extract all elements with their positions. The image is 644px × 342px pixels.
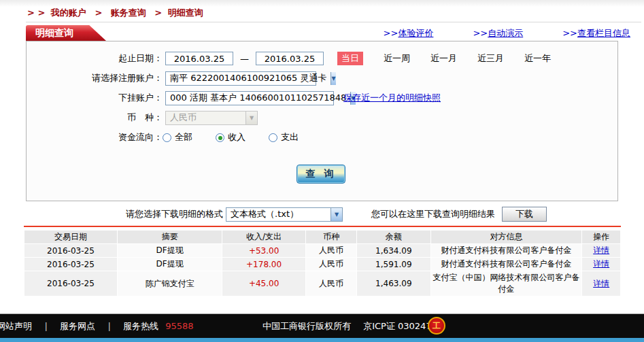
date-to-input[interactable] xyxy=(256,52,324,65)
cell-summary: 陈广锦支付宝 xyxy=(118,271,222,296)
download-format-label: 请您选择下载明细的格式 xyxy=(126,208,223,220)
tab-label: 明细查询 xyxy=(35,27,73,38)
cell-amount: +53.00 xyxy=(222,244,305,257)
radio-label: 收入 xyxy=(228,131,245,143)
flow-radio-all[interactable]: 全部 xyxy=(163,131,192,143)
link-auto-demo[interactable]: >>自动演示 xyxy=(473,27,523,39)
cell-amount: +178.00 xyxy=(222,258,305,271)
chevron-down-icon: ▼ xyxy=(331,72,335,85)
breadcrumb-prefix: > > xyxy=(27,7,45,18)
divider xyxy=(26,22,641,22)
cell-date: 2016-03-25 xyxy=(24,244,117,257)
download-format-select[interactable]: 文本格式（.txt） ▼ xyxy=(226,207,343,222)
cell-counterparty: 财付通支付科技有限公司客户备付金 xyxy=(431,258,582,271)
breadcrumb-item-my-account[interactable]: 我的账户 xyxy=(51,7,86,18)
detail-link[interactable]: 详情 xyxy=(593,245,609,255)
date-range-dash: — xyxy=(240,54,249,64)
cell-action: 详情 xyxy=(582,244,620,257)
cell-currency: 人民币 xyxy=(306,258,356,271)
copyright-text: 中国工商银行版权所有 xyxy=(262,321,351,331)
radio-label: 支出 xyxy=(281,131,299,143)
flow-radio-expense[interactable]: 支出 xyxy=(269,131,299,143)
link-prefix: >> xyxy=(384,28,399,38)
cell-currency: 人民币 xyxy=(306,244,356,257)
table-row: 2016-03-25 陈广锦支付宝 +45.00 人民币 1,463.09 支付… xyxy=(24,271,620,296)
footer-separator: ｜ xyxy=(105,321,114,331)
currency-label: 币 种： xyxy=(27,112,163,124)
security-badge-icon: 工 xyxy=(428,317,445,335)
table-header-row: 交易日期 摘要 收入/支出 币种 余额 对方信息 操作 xyxy=(24,230,620,243)
hotline-number: 95588 xyxy=(165,321,193,331)
flow-radio-income[interactable]: 收入 xyxy=(216,131,245,143)
results-table: 交易日期 摘要 收入/支出 币种 余额 对方信息 操作 2016-03-25 D… xyxy=(24,230,621,296)
link-experience-review[interactable]: >>体验评价 xyxy=(384,27,434,39)
save-snapshot-link[interactable]: 保存近一个月的明细快照 xyxy=(343,92,441,104)
footer-link-branches[interactable]: 服务网点 xyxy=(60,321,95,331)
query-button[interactable]: 查 询 xyxy=(296,165,345,184)
bottom-accent-bar xyxy=(0,338,644,342)
header-date: 交易日期 xyxy=(24,230,117,243)
header-summary: 摘要 xyxy=(118,230,222,243)
header-action: 操作 xyxy=(582,230,620,243)
selected-sub-account: 000 活期 基本户 1406600101102571848 xyxy=(166,92,350,104)
breadcrumb: > > 我的账户 > 账务查询 > 明细查询 xyxy=(27,7,203,19)
breadcrumb-item-detail-query: 明细查询 xyxy=(168,7,203,18)
currency-select-disabled: 人民币 ▼ xyxy=(165,111,258,125)
detail-link[interactable]: 详情 xyxy=(593,259,609,269)
link-prefix: >> xyxy=(562,28,577,38)
tab-detail-query[interactable]: 明细查询 xyxy=(26,25,106,41)
header-balance: 余额 xyxy=(357,230,430,243)
header-links: >>体验评价 >>自动演示 >>查看栏目信息 xyxy=(384,27,641,39)
detail-link[interactable]: 详情 xyxy=(593,279,609,288)
radio-icon xyxy=(163,133,171,142)
quick-range-year[interactable]: 近一年 xyxy=(524,52,551,65)
date-from-input[interactable] xyxy=(165,52,233,65)
download-row: 请您选择下载明细的格式 文本格式（.txt） ▼ 您可以在这里下载查询明细结果 … xyxy=(26,207,618,222)
cell-balance: 1,591.09 xyxy=(357,258,430,271)
section-divider-red xyxy=(24,226,621,227)
quick-range-quarter[interactable]: 近三月 xyxy=(477,52,504,65)
link-column-info[interactable]: >>查看栏目信息 xyxy=(562,27,630,39)
cell-balance: 1,463.09 xyxy=(357,271,430,296)
breadcrumb-separator: > xyxy=(154,7,162,18)
footer: 网站声明 ｜ 服务网点 ｜ 服务热线 95588 中国工商银行版权所有 京ICP… xyxy=(0,314,644,338)
selected-currency: 人民币 xyxy=(166,112,201,124)
sub-account-label: 下挂账户： xyxy=(27,92,163,104)
radio-icon xyxy=(269,133,277,142)
sub-account-select[interactable]: 000 活期 基本户 1406600101102571848 ▼ xyxy=(165,91,334,105)
cell-summary: DF提现 xyxy=(118,244,222,257)
fund-flow-label: 资金流向： xyxy=(27,131,163,143)
hotline-label: 服务热线 xyxy=(123,321,158,331)
sub-account-row: 下挂账户： 000 活期 基本户 1406600101102571848 ▼ 保… xyxy=(27,90,617,105)
selected-account: 南平 6222001406100921065 灵通卡 xyxy=(166,72,331,84)
fund-flow-row: 资金流向： 全部 收入 支出 xyxy=(27,130,617,145)
footer-separator: ｜ xyxy=(41,321,50,331)
header-counterparty: 对方信息 xyxy=(431,230,582,243)
cell-amount: +45.00 xyxy=(222,271,305,296)
cell-action: 详情 xyxy=(582,271,620,296)
currency-row: 币 种： 人民币 ▼ xyxy=(27,110,617,125)
breadcrumb-item-account-query[interactable]: 账务查询 xyxy=(111,7,146,18)
cell-counterparty: 支付宝（中国）网络技术有限公司客户备付金 xyxy=(431,271,582,296)
registered-account-label: 请选择注册账户： xyxy=(27,72,163,84)
cell-counterparty: 财付通支付科技有限公司客户备付金 xyxy=(431,244,582,257)
footer-link-statement[interactable]: 网站声明 xyxy=(0,321,32,331)
footer-left: 网站声明 ｜ 服务网点 ｜ 服务热线 95588 xyxy=(0,320,194,332)
tab-bar: 明细查询 >>体验评价 >>自动演示 >>查看栏目信息 xyxy=(26,25,641,41)
date-range-row: 起止日期： — 当日 近一周 近一月 近三月 近一年 xyxy=(27,51,617,66)
table-row: 2016-03-25 DF提现 +53.00 人民币 1,634.09 财付通支… xyxy=(24,244,620,257)
link-label: 查看栏目信息 xyxy=(577,28,630,38)
download-hint: 您可以在这里下载查询明细结果 xyxy=(371,208,495,220)
cell-date: 2016-03-25 xyxy=(24,271,117,296)
quick-range-month[interactable]: 近一月 xyxy=(430,52,457,65)
quick-range-week[interactable]: 近一周 xyxy=(384,52,410,65)
download-button[interactable]: 下载 xyxy=(502,207,547,222)
cell-currency: 人民币 xyxy=(306,271,356,296)
quick-range-today[interactable]: 当日 xyxy=(337,52,363,65)
chevron-down-icon: ▼ xyxy=(331,208,342,221)
registered-account-select[interactable]: 南平 6222001406100921065 灵通卡 ▼ xyxy=(165,71,316,86)
footer-copyright: 中国工商银行版权所有 京ICP证 030247号 xyxy=(262,320,441,332)
chevron-down-icon: ▼ xyxy=(245,112,257,124)
breadcrumb-separator: > xyxy=(95,7,102,18)
results-table-wrap: 交易日期 摘要 收入/支出 币种 余额 对方信息 操作 2016-03-25 D… xyxy=(24,230,621,296)
